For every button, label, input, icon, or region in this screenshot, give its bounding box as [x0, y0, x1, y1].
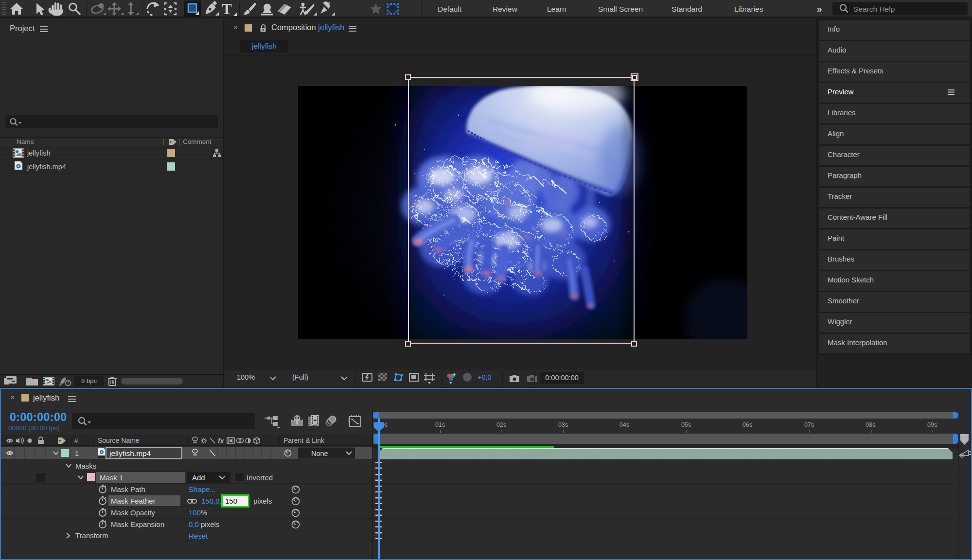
- svg-text:Small Screen: Small Screen: [598, 5, 643, 13]
- svg-text:04s: 04s: [619, 421, 629, 428]
- svg-text:Standard: Standard: [672, 5, 702, 13]
- svg-text:Transform: Transform: [75, 531, 108, 540]
- svg-text:09s: 09s: [927, 421, 937, 428]
- svg-text:Default: Default: [438, 5, 462, 13]
- svg-text:05s: 05s: [681, 421, 691, 428]
- svg-text:Learn: Learn: [547, 5, 566, 13]
- svg-text:»: »: [817, 4, 822, 14]
- svg-text:01s: 01s: [435, 421, 445, 428]
- svg-text:Search Help: Search Help: [853, 5, 895, 13]
- svg-text:T: T: [222, 0, 232, 18]
- svg-text:jellyfish.mp4: jellyfish.mp4: [109, 449, 151, 457]
- svg-text:None: None: [311, 450, 328, 457]
- svg-text:03s: 03s: [558, 421, 568, 428]
- svg-text:Parent & Link: Parent & Link: [283, 437, 325, 444]
- svg-text:08s: 08s: [866, 421, 875, 428]
- svg-text:Review: Review: [493, 5, 518, 13]
- svg-text:06s: 06s: [742, 421, 752, 428]
- svg-text:#: #: [74, 437, 78, 444]
- svg-text:Masks: Masks: [75, 462, 96, 470]
- svg-text:1: 1: [75, 450, 79, 457]
- svg-text:07s: 07s: [804, 421, 814, 428]
- svg-text:Source Name: Source Name: [98, 437, 140, 444]
- svg-text:02s: 02s: [496, 421, 506, 428]
- svg-text:Libraries: Libraries: [734, 5, 763, 13]
- svg-text:fx: fx: [218, 437, 225, 445]
